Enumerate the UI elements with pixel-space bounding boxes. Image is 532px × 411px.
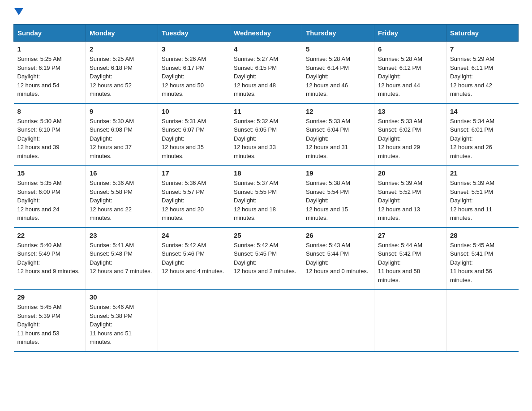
header-cell-friday: Friday [374,25,446,42]
day-number: 16 [90,169,154,177]
day-number: 26 [306,231,370,239]
day-number: 2 [90,45,154,53]
week-row-2: 8Sunrise: 5:30 AMSunset: 6:10 PMDaylight… [14,103,519,166]
logo-triangle-icon [14,8,23,15]
day-number: 22 [17,231,82,239]
day-info: Sunrise: 5:33 AMSunset: 6:02 PMDaylight:… [378,117,442,161]
day-cell [446,289,519,351]
day-cell: 30Sunrise: 5:46 AMSunset: 5:38 PMDayligh… [86,289,158,351]
day-cell: 5Sunrise: 5:28 AMSunset: 6:14 PMDaylight… [302,42,374,103]
day-number: 23 [90,231,154,239]
page-header [13,9,519,16]
day-number: 18 [234,169,298,177]
day-info: Sunrise: 5:45 AMSunset: 5:41 PMDaylight:… [450,241,515,285]
week-row-3: 15Sunrise: 5:35 AMSunset: 6:00 PMDayligh… [14,165,519,227]
day-info: Sunrise: 5:33 AMSunset: 6:04 PMDaylight:… [306,117,370,161]
day-info: Sunrise: 5:26 AMSunset: 6:17 PMDaylight:… [162,55,226,98]
day-number: 27 [378,231,442,239]
day-cell: 8Sunrise: 5:30 AMSunset: 6:10 PMDaylight… [14,103,86,166]
day-info: Sunrise: 5:40 AMSunset: 5:49 PMDaylight:… [17,241,82,276]
header-cell-sunday: Sunday [14,25,86,42]
day-info: Sunrise: 5:45 AMSunset: 5:39 PMDaylight:… [17,303,82,347]
day-cell: 25Sunrise: 5:42 AMSunset: 5:45 PMDayligh… [230,227,302,290]
logo [13,9,23,16]
day-number: 5 [306,45,370,53]
day-number: 3 [162,45,226,53]
day-info: Sunrise: 5:28 AMSunset: 6:12 PMDaylight:… [378,55,442,98]
day-cell: 6Sunrise: 5:28 AMSunset: 6:12 PMDaylight… [374,42,446,103]
day-number: 21 [450,169,515,177]
day-cell: 12Sunrise: 5:33 AMSunset: 6:04 PMDayligh… [302,103,374,166]
day-number: 28 [450,231,515,239]
day-info: Sunrise: 5:31 AMSunset: 6:07 PMDaylight:… [162,117,226,161]
day-cell [302,289,374,351]
header-cell-tuesday: Tuesday [158,25,230,42]
day-info: Sunrise: 5:30 AMSunset: 6:08 PMDaylight:… [90,117,154,161]
day-cell: 1Sunrise: 5:25 AMSunset: 6:19 PMDaylight… [14,42,86,103]
day-cell: 7Sunrise: 5:29 AMSunset: 6:11 PMDaylight… [446,42,519,103]
day-info: Sunrise: 5:42 AMSunset: 5:45 PMDaylight:… [234,241,298,276]
header-row: SundayMondayTuesdayWednesdayThursdayFrid… [14,25,519,42]
day-number: 15 [17,169,82,177]
day-cell: 22Sunrise: 5:40 AMSunset: 5:49 PMDayligh… [14,227,86,290]
day-number: 13 [378,107,442,115]
day-number: 1 [17,45,82,53]
day-number: 12 [306,107,370,115]
day-cell: 28Sunrise: 5:45 AMSunset: 5:41 PMDayligh… [446,227,519,290]
day-number: 11 [234,107,298,115]
week-row-4: 22Sunrise: 5:40 AMSunset: 5:49 PMDayligh… [14,227,519,290]
day-info: Sunrise: 5:30 AMSunset: 6:10 PMDaylight:… [17,117,82,161]
day-info: Sunrise: 5:36 AMSunset: 5:58 PMDaylight:… [90,179,154,223]
header-cell-monday: Monday [86,25,158,42]
day-info: Sunrise: 5:43 AMSunset: 5:44 PMDaylight:… [306,241,370,276]
header-cell-saturday: Saturday [446,25,519,42]
day-cell: 4Sunrise: 5:27 AMSunset: 6:15 PMDaylight… [230,42,302,103]
day-info: Sunrise: 5:39 AMSunset: 5:52 PMDaylight:… [378,179,442,223]
day-info: Sunrise: 5:25 AMSunset: 6:19 PMDaylight:… [17,55,82,98]
day-cell: 2Sunrise: 5:25 AMSunset: 6:18 PMDaylight… [86,42,158,103]
day-info: Sunrise: 5:37 AMSunset: 5:55 PMDaylight:… [234,179,298,223]
day-number: 14 [450,107,515,115]
day-number: 19 [306,169,370,177]
day-info: Sunrise: 5:41 AMSunset: 5:48 PMDaylight:… [90,241,154,276]
week-row-1: 1Sunrise: 5:25 AMSunset: 6:19 PMDaylight… [14,42,519,103]
day-info: Sunrise: 5:44 AMSunset: 5:42 PMDaylight:… [378,241,442,285]
header-cell-thursday: Thursday [302,25,374,42]
day-number: 24 [162,231,226,239]
day-cell: 29Sunrise: 5:45 AMSunset: 5:39 PMDayligh… [14,289,86,351]
header-cell-wednesday: Wednesday [230,25,302,42]
day-cell [374,289,446,351]
day-cell: 21Sunrise: 5:39 AMSunset: 5:51 PMDayligh… [446,165,519,227]
day-info: Sunrise: 5:38 AMSunset: 5:54 PMDaylight:… [306,179,370,223]
day-cell: 10Sunrise: 5:31 AMSunset: 6:07 PMDayligh… [158,103,230,166]
day-info: Sunrise: 5:29 AMSunset: 6:11 PMDaylight:… [450,55,515,98]
day-number: 20 [378,169,442,177]
day-info: Sunrise: 5:35 AMSunset: 6:00 PMDaylight:… [17,179,82,223]
day-info: Sunrise: 5:34 AMSunset: 6:01 PMDaylight:… [450,117,515,161]
day-number: 7 [450,45,515,53]
day-info: Sunrise: 5:46 AMSunset: 5:38 PMDaylight:… [90,303,154,347]
day-info: Sunrise: 5:36 AMSunset: 5:57 PMDaylight:… [162,179,226,223]
day-number: 8 [17,107,82,115]
day-number: 25 [234,231,298,239]
day-cell [230,289,302,351]
day-cell: 9Sunrise: 5:30 AMSunset: 6:08 PMDaylight… [86,103,158,166]
day-cell: 11Sunrise: 5:32 AMSunset: 6:05 PMDayligh… [230,103,302,166]
day-cell: 13Sunrise: 5:33 AMSunset: 6:02 PMDayligh… [374,103,446,166]
day-info: Sunrise: 5:39 AMSunset: 5:51 PMDaylight:… [450,179,515,223]
calendar-body: 1Sunrise: 5:25 AMSunset: 6:19 PMDaylight… [14,42,519,351]
day-cell: 15Sunrise: 5:35 AMSunset: 6:00 PMDayligh… [14,165,86,227]
day-cell [158,289,230,351]
day-info: Sunrise: 5:42 AMSunset: 5:46 PMDaylight:… [162,241,226,276]
day-info: Sunrise: 5:32 AMSunset: 6:05 PMDaylight:… [234,117,298,161]
day-cell: 16Sunrise: 5:36 AMSunset: 5:58 PMDayligh… [86,165,158,227]
day-cell: 26Sunrise: 5:43 AMSunset: 5:44 PMDayligh… [302,227,374,290]
day-number: 4 [234,45,298,53]
calendar-header: SundayMondayTuesdayWednesdayThursdayFrid… [14,25,519,42]
day-cell: 24Sunrise: 5:42 AMSunset: 5:46 PMDayligh… [158,227,230,290]
day-cell: 20Sunrise: 5:39 AMSunset: 5:52 PMDayligh… [374,165,446,227]
calendar-table: SundayMondayTuesdayWednesdayThursdayFrid… [13,24,519,352]
day-number: 17 [162,169,226,177]
day-number: 30 [90,293,154,301]
day-info: Sunrise: 5:27 AMSunset: 6:15 PMDaylight:… [234,55,298,98]
